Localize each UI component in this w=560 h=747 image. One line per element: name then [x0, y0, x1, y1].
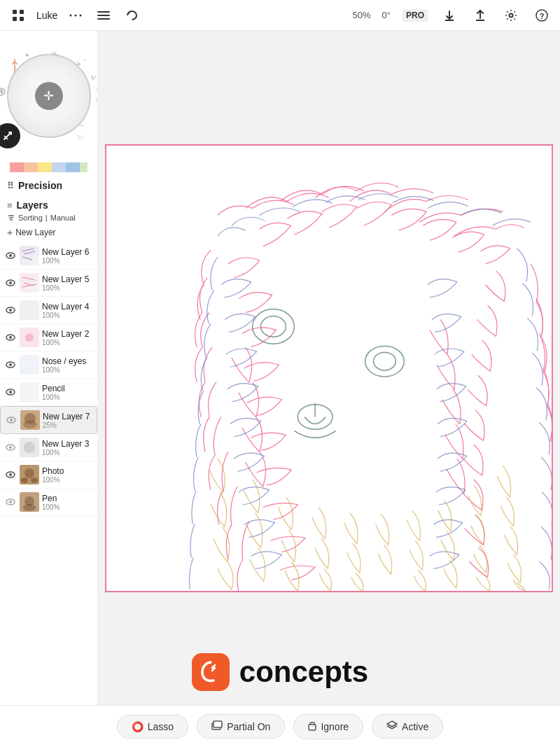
top-bar-right: 50% 0° PRO ? — [353, 6, 552, 25]
new-layer-button[interactable]: + New Layer — [0, 225, 97, 242]
layer-item[interactable]: New Layer 3 100% — [0, 434, 97, 461]
svg-line-19 — [22, 249, 34, 251]
color-swatch-mint[interactable] — [80, 162, 88, 172]
layer-item[interactable]: New Layer 2 100% — [0, 324, 97, 351]
layer-opacity: 25% — [43, 421, 92, 429]
svg-point-35 — [9, 391, 12, 393]
svg-rect-3 — [20, 17, 24, 21]
layer-info: New Layer 5 100% — [42, 274, 93, 292]
wheel-center[interactable]: ✛ — [35, 82, 63, 110]
upload-icon[interactable] — [470, 6, 490, 25]
concepts-logo: concepts — [0, 653, 560, 691]
layer-item[interactable]: Photo 100% — [0, 461, 97, 489]
layer-name: New Layer 3 — [42, 439, 93, 449]
layer-info: Pen 100% — [42, 494, 93, 511]
layer-thumbnail — [20, 438, 39, 457]
layer-thumbnail — [20, 328, 39, 347]
svg-rect-0 — [13, 10, 17, 14]
svg-point-37 — [10, 419, 13, 421]
layer-thumbnail — [20, 382, 39, 402]
active-button[interactable]: Active — [372, 714, 443, 739]
lasso-icon: ⭕ — [132, 721, 144, 732]
ignore-button[interactable]: Ignore — [293, 714, 363, 739]
color-swatch-yellow[interactable] — [38, 162, 52, 172]
color-swatch-pink[interactable] — [10, 162, 24, 172]
dots-icon[interactable] — [66, 6, 85, 25]
download-icon[interactable] — [440, 6, 459, 25]
layer-item-selected[interactable]: New Layer 7 25% — [0, 406, 97, 434]
grid-icon[interactable] — [8, 6, 28, 25]
canvas-wrapper[interactable] — [105, 144, 553, 592]
svg-rect-1 — [20, 10, 24, 14]
layer-info: New Layer 4 100% — [42, 302, 93, 319]
layer-name: New Layer 7 — [43, 412, 92, 421]
svg-point-47 — [24, 468, 34, 478]
layer-item[interactable]: New Layer 6 100% — [0, 242, 97, 270]
sorting-row[interactable]: Sorting | Manual — [0, 212, 97, 225]
svg-point-43 — [24, 442, 35, 453]
layer-info: New Layer 6 100% — [42, 247, 93, 265]
zoom-level: 50% — [353, 10, 371, 20]
svg-rect-62 — [309, 725, 316, 730]
tool-wheel[interactable]: ✦ ～ ⅟ ⅛ ✛ ≋ 〜 ○ — [4, 50, 94, 141]
rotation: 0° — [382, 10, 391, 20]
color-swatch-lavender[interactable] — [52, 162, 66, 172]
sort-icon — [7, 214, 15, 222]
partial-on-button[interactable]: Partial On — [197, 714, 285, 739]
layer-opacity: 100% — [42, 312, 93, 319]
layer-visibility-toggle[interactable] — [4, 277, 17, 289]
undo-icon[interactable] — [122, 6, 141, 25]
bottom-toolbar: ⭕ Lasso Partial On Ignore Activ — [0, 705, 560, 747]
layer-visibility-toggle[interactable] — [5, 414, 18, 426]
settings-icon[interactable] — [501, 6, 521, 25]
layers-header: ≡ Layers — [0, 194, 97, 212]
lasso-label: Lasso — [148, 721, 174, 732]
layer-item[interactable]: Pen 100% — [0, 489, 97, 516]
svg-point-42 — [9, 446, 12, 449]
wheel-circle[interactable]: ✛ ≋ 〜 ○ — [7, 54, 91, 138]
left-panel: ✦ ～ ⅟ ⅛ ✛ ≋ 〜 ○ — [0, 31, 98, 705]
svg-point-31 — [25, 333, 34, 342]
sorting-label: Sorting — [18, 214, 43, 222]
layer-visibility-toggle[interactable] — [4, 304, 17, 316]
layer-visibility-toggle[interactable] — [4, 441, 17, 454]
layers-menu-icon: ≡ — [7, 200, 13, 211]
layer-visibility-toggle[interactable] — [4, 496, 17, 508]
layer-visibility-toggle[interactable] — [4, 331, 17, 344]
hamburger-icon[interactable] — [94, 6, 113, 25]
layer-visibility-toggle[interactable] — [4, 386, 17, 398]
layer-name: Pen — [42, 494, 93, 503]
canvas-area[interactable] — [98, 31, 560, 705]
layer-item[interactable]: Pencil 100% — [0, 379, 97, 406]
layer-thumbnail — [20, 355, 39, 375]
pro-badge: PRO — [402, 9, 428, 22]
layer-list: New Layer 6 100% New Layer 5 100% — [0, 242, 97, 516]
dark-tool-btn[interactable] — [0, 123, 20, 148]
tool-wheel-area[interactable]: ✦ ～ ⅟ ⅛ ✛ ≋ 〜 ○ — [0, 31, 97, 160]
layer-item[interactable]: New Layer 5 100% — [0, 270, 97, 297]
color-swatch-blue[interactable] — [66, 162, 80, 172]
svg-text:?: ? — [540, 11, 545, 20]
svg-point-55 — [253, 309, 295, 344]
top-bar-left: Luke — [8, 6, 141, 25]
color-swatch-peach[interactable] — [24, 162, 38, 172]
layer-visibility-toggle[interactable] — [4, 358, 17, 371]
layer-opacity: 100% — [42, 339, 93, 347]
svg-point-58 — [374, 352, 396, 370]
precision-grid-icon: ⠿ — [7, 181, 14, 191]
layer-item[interactable]: New Layer 4 100% — [0, 297, 97, 324]
lasso-button[interactable]: ⭕ Lasso — [117, 715, 188, 739]
layer-opacity: 100% — [42, 476, 93, 484]
layer-info: Nose / eyes 100% — [42, 356, 93, 374]
layer-visibility-toggle[interactable] — [4, 468, 17, 481]
layer-name: Photo — [42, 466, 93, 476]
help-icon[interactable]: ? — [532, 6, 552, 25]
layer-item[interactable]: Nose / eyes 100% — [0, 351, 97, 379]
layer-info: Photo 100% — [42, 466, 93, 484]
layer-visibility-toggle[interactable] — [4, 249, 17, 262]
layer-thumbnail — [20, 410, 40, 430]
partial-on-label: Partial On — [227, 721, 270, 732]
layer-info: New Layer 3 100% — [42, 439, 93, 456]
concepts-logo-text: concepts — [239, 655, 368, 689]
layer-opacity: 100% — [42, 503, 93, 511]
